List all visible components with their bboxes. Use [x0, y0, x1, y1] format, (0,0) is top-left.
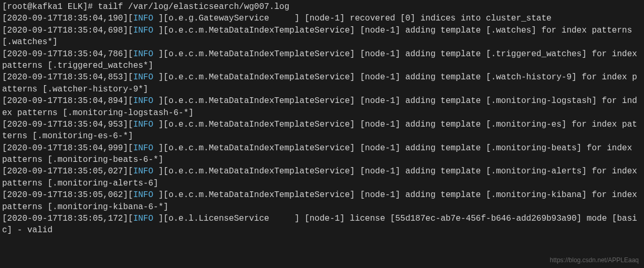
log-level-info: INFO: [133, 214, 159, 223]
log-level-info: INFO: [133, 49, 159, 59]
log-level-info: INFO: [133, 14, 159, 23]
terminal-output[interactable]: [root@kafka1 ELK]# tailf /var/log/elasti…: [2, 1, 642, 236]
shell-command: tailf /var/log/elasticsearch/wg007.log: [98, 2, 289, 12]
log-line: [2020-09-17T18:35:04,786][INFO ][o.e.c.m…: [2, 49, 642, 70]
log-level-info: INFO: [133, 26, 159, 35]
log-line: [2020-09-17T18:35:05,172][INFO ][o.e.l.L…: [2, 214, 637, 235]
log-level-info: INFO: [133, 143, 159, 153]
log-line: [2020-09-17T18:35:04,853][INFO ][o.e.c.m…: [2, 73, 637, 94]
log-level-info: INFO: [133, 190, 159, 200]
log-line: [2020-09-17T18:35:04,698][INFO ][o.e.c.m…: [2, 26, 637, 47]
log-level-info: INFO: [133, 120, 159, 129]
log-line: [2020-09-17T18:35:04,190][INFO ][o.e.g.G…: [2, 14, 552, 23]
log-level-info: INFO: [133, 167, 159, 176]
watermark-text: https://blog.csdn.net/APPLEaaq: [550, 256, 639, 265]
log-level-info: INFO: [133, 73, 159, 82]
log-line: [2020-09-17T18:35:04,894][INFO ][o.e.c.m…: [2, 96, 637, 117]
log-line: [2020-09-17T18:35:04,953][INFO ][o.e.c.m…: [2, 120, 637, 141]
log-line: [2020-09-17T18:35:05,027][INFO ][o.e.c.m…: [2, 167, 642, 188]
log-level-info: INFO: [133, 96, 159, 106]
shell-prompt: [root@kafka1 ELK]#: [2, 2, 98, 12]
log-line: [2020-09-17T18:35:05,062][INFO ][o.e.c.m…: [2, 190, 642, 211]
log-line: [2020-09-17T18:35:04,999][INFO ][o.e.c.m…: [2, 143, 637, 164]
